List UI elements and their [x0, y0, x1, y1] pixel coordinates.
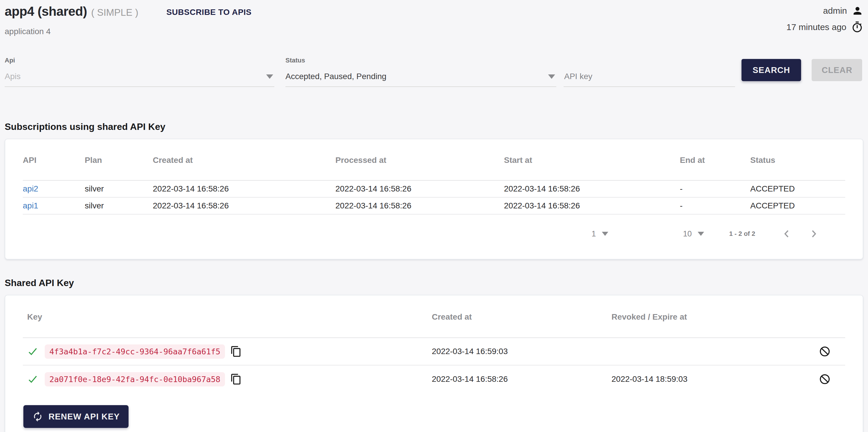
api-key-row: 2a071f0e-18e9-42fa-94fc-0e10ba967a58 202…	[23, 365, 845, 393]
api-key-value: 4f3a4b1a-f7c2-49cc-9364-96aa7f6a61f5	[45, 344, 225, 359]
last-activity-row: 17 minutes ago	[786, 21, 863, 34]
processed-at-cell: 2022-03-14 16:58:26	[335, 201, 504, 210]
subscriptions-section: Subscriptions using shared API Key API P…	[5, 122, 863, 260]
filters-bar: Api Apis Status Accepted, Paused, Pendin…	[5, 57, 863, 87]
subscriptions-table-header: API Plan Created at Processed at Start a…	[23, 139, 845, 181]
app-type-badge: ( SIMPLE )	[91, 7, 138, 18]
status-filter-select[interactable]: Status Accepted, Paused, Pending	[285, 57, 556, 87]
renew-icon	[32, 411, 43, 422]
column-header-processed-at: Processed at	[335, 156, 504, 165]
timer-icon	[851, 21, 863, 33]
page-header: app4 (shared) ( SIMPLE ) SUBSCRIBE TO AP…	[5, 4, 863, 36]
status-cell: ACCEPTED	[750, 184, 845, 194]
key-created-at-cell: 2022-03-14 16:59:03	[432, 347, 612, 356]
table-row: api2 silver 2022-03-14 16:58:26 2022-03-…	[23, 181, 845, 198]
page-size-select[interactable]: 10	[683, 229, 705, 238]
revoke-key-icon[interactable]	[818, 373, 831, 385]
column-header-plan: Plan	[85, 156, 153, 165]
person-icon	[851, 5, 863, 16]
previous-page-button[interactable]	[781, 228, 793, 240]
keys-table-header: Key Created at Revoked / Expire at	[23, 295, 845, 338]
shared-api-key-section-title: Shared API Key	[5, 277, 863, 288]
application-page: app4 (shared) ( SIMPLE ) SUBSCRIBE TO AP…	[0, 0, 868, 432]
pagination-bar: 1 10 1 - 2 of 2	[23, 228, 845, 259]
chevron-down-icon	[602, 232, 608, 236]
page-select[interactable]: 1	[592, 229, 610, 238]
check-icon	[27, 346, 38, 357]
check-icon	[27, 374, 38, 385]
chevron-down-icon	[698, 232, 704, 236]
page-title: app4 (shared)	[5, 4, 87, 19]
subscriptions-section-title: Subscriptions using shared API Key	[5, 122, 863, 132]
renew-button-label: RENEW API KEY	[49, 412, 120, 422]
last-activity-text: 17 minutes ago	[786, 22, 846, 32]
plan-cell: silver	[85, 184, 153, 194]
column-header-revoked-expire-at: Revoked / Expire at	[612, 312, 804, 322]
key-created-at-cell: 2022-03-14 16:58:26	[432, 374, 612, 384]
api-filter-select[interactable]: Api Apis	[5, 57, 274, 87]
api-key-field	[564, 57, 735, 87]
renew-api-key-button[interactable]: RENEW API KEY	[23, 405, 129, 428]
copy-icon[interactable]	[230, 345, 242, 357]
clear-button[interactable]: CLEAR	[812, 59, 862, 81]
column-header-end-at: End at	[680, 156, 750, 165]
api-filter-placeholder: Apis	[5, 72, 21, 81]
copy-icon[interactable]	[230, 373, 242, 385]
column-header-key: Key	[23, 312, 432, 322]
status-cell: ACCEPTED	[750, 201, 845, 210]
table-row: api1 silver 2022-03-14 16:58:26 2022-03-…	[23, 198, 845, 214]
page-select-value: 1	[592, 229, 596, 238]
chevron-down-icon	[548, 74, 555, 79]
title-row: app4 (shared) ( SIMPLE ) SUBSCRIBE TO AP…	[5, 4, 252, 19]
next-page-button[interactable]	[808, 228, 819, 240]
user-row: admin	[786, 4, 863, 18]
status-filter-label: Status	[285, 57, 556, 64]
pagination-nav	[781, 228, 819, 240]
created-at-cell: 2022-03-14 16:58:26	[153, 184, 335, 194]
header-left: app4 (shared) ( SIMPLE ) SUBSCRIBE TO AP…	[5, 4, 252, 36]
column-header-key-created-at: Created at	[432, 312, 612, 322]
end-at-cell: -	[680, 201, 750, 210]
column-header-status: Status	[750, 156, 845, 165]
shared-api-key-section: Shared API Key Key Created at Revoked / …	[5, 277, 863, 432]
api-link[interactable]: api1	[23, 201, 38, 210]
status-filter-value: Accepted, Paused, Pending	[285, 72, 386, 81]
api-key-label-spacer	[564, 57, 735, 64]
api-filter-label: Api	[5, 57, 274, 64]
processed-at-cell: 2022-03-14 16:58:26	[335, 184, 504, 194]
start-at-cell: 2022-03-14 16:58:26	[504, 201, 680, 210]
created-at-cell: 2022-03-14 16:58:26	[153, 201, 335, 210]
app-description: application 4	[5, 27, 252, 36]
end-at-cell: -	[680, 184, 750, 194]
search-button[interactable]: SEARCH	[742, 59, 801, 81]
pagination-range: 1 - 2 of 2	[729, 230, 755, 238]
header-right: admin 17 minutes ago	[786, 4, 863, 34]
subscribe-to-apis-link[interactable]: SUBSCRIBE TO APIS	[166, 8, 252, 17]
column-header-start-at: Start at	[504, 156, 680, 165]
api-key-value: 2a071f0e-18e9-42fa-94fc-0e10ba967a58	[45, 372, 225, 387]
column-header-created-at: Created at	[153, 156, 335, 165]
api-key-row: 4f3a4b1a-f7c2-49cc-9364-96aa7f6a61f5 202…	[23, 338, 845, 365]
user-name: admin	[823, 6, 847, 16]
chevron-down-icon	[266, 74, 273, 79]
plan-cell: silver	[85, 201, 153, 210]
revoke-key-icon[interactable]	[818, 345, 831, 358]
api-link[interactable]: api2	[23, 184, 38, 193]
api-key-input[interactable]	[564, 71, 735, 81]
key-revoked-at-cell: 2022-03-14 18:59:03	[612, 374, 804, 384]
page-size-value: 10	[683, 229, 692, 238]
shared-api-key-card: Key Created at Revoked / Expire at 4f3a4…	[5, 295, 863, 432]
subscriptions-card: API Plan Created at Processed at Start a…	[5, 139, 863, 260]
column-header-api: API	[23, 156, 85, 165]
start-at-cell: 2022-03-14 16:58:26	[504, 184, 680, 194]
